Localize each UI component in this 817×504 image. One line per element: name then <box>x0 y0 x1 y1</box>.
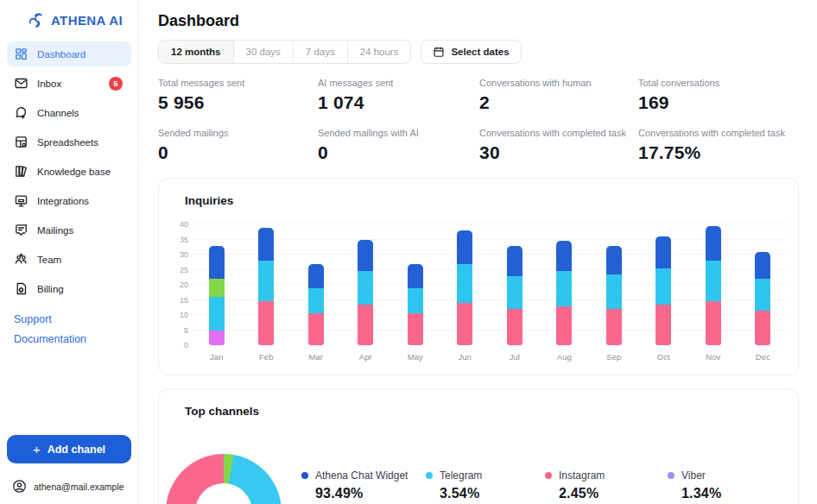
legend-item-telegram: Telegram3.54% <box>426 469 545 501</box>
sidebar-item-knowledge-base[interactable]: Knowledge base <box>7 159 131 184</box>
channels-legend: Athena Chat Widget93.49%Telegram3.54%Ins… <box>301 469 771 504</box>
legend-percentage: 2.45% <box>559 486 668 501</box>
stat-label: Conversations with human <box>479 78 638 88</box>
bar-column-mar[interactable]: Mar <box>291 224 341 345</box>
top-channels-card-title: Top channels <box>159 389 798 418</box>
stat-card: Total messages sent5 956 <box>158 78 318 113</box>
y-axis-tick-label: 0 <box>184 341 188 350</box>
stat-card: Sended mailings0 <box>158 128 318 163</box>
sidebar-item-billing[interactable]: Billing <box>7 276 131 301</box>
bar-segment-blue <box>209 246 225 280</box>
time-range-option-7-days[interactable]: 7 days <box>294 41 348 63</box>
bar-column-dec[interactable]: Dec <box>738 224 788 345</box>
time-range-option-24-hours[interactable]: 24 hours <box>348 41 411 63</box>
bar-column-jan[interactable]: Jan <box>192 224 242 345</box>
sidebar: ATHENA AI DashboardInbox5ChannelsSpreads… <box>0 0 139 504</box>
sidebar-item-label: Channels <box>37 108 79 118</box>
bar-segment-pink <box>258 301 274 345</box>
legend-percentage: 1.34% <box>681 486 771 501</box>
add-channel-label: Add chanel <box>48 444 105 456</box>
bar-column-apr[interactable]: Apr <box>341 224 391 345</box>
select-dates-button[interactable]: Select dates <box>421 40 521 64</box>
sidebar-item-label: Billing <box>37 284 64 294</box>
bar-column-sep[interactable]: Sep <box>589 224 639 345</box>
billing-document-icon <box>14 281 28 296</box>
bar-column-aug[interactable]: Aug <box>540 224 590 345</box>
stat-label: Sended mailings with AI <box>318 128 479 138</box>
account-email: athena@mail.example <box>34 482 124 492</box>
stat-label: Conversations with completed task <box>638 128 799 138</box>
bar-segment-cyan <box>258 261 274 301</box>
bar-segment-cyan <box>656 268 671 305</box>
inquiries-card-title: Inquiries <box>159 179 798 207</box>
stat-card: Conversations with completed task30 <box>479 128 638 163</box>
stat-value: 17.75% <box>638 142 799 163</box>
bar-column-may[interactable]: May <box>390 224 440 345</box>
integrations-monitor-icon <box>14 193 28 208</box>
bar-segment-cyan <box>457 264 472 304</box>
sidebar-item-label: Spreadsheets <box>37 137 98 148</box>
sidebar-item-inbox[interactable]: Inbox5 <box>7 71 131 96</box>
sidebar-item-label: Inbox <box>37 79 61 89</box>
bar-segment-pink <box>358 305 373 345</box>
stat-label: Total messages sent <box>158 78 318 88</box>
mailings-message-icon <box>14 223 28 237</box>
sidebar-links: SupportDocumentation <box>14 313 131 345</box>
bar-column-oct[interactable]: Oct <box>639 224 689 345</box>
stat-card: Sended mailings with AI0 <box>318 128 479 163</box>
knowledge-base-books-icon <box>14 164 28 179</box>
x-axis-label: Feb <box>259 352 273 362</box>
y-axis-tick-label: 10 <box>180 311 188 319</box>
time-range-option-12-months[interactable]: 12 months <box>159 41 234 63</box>
sidebar-item-channels[interactable]: Channels <box>7 100 131 125</box>
sidebar-item-dashboard[interactable]: Dashboard <box>7 41 131 66</box>
bar-column-nov[interactable]: Nov <box>688 224 738 345</box>
brand-logo: ATHENA AI <box>7 9 131 41</box>
stat-label: Conversations with completed task <box>479 128 638 138</box>
bar-segment-blue <box>258 228 274 261</box>
add-channel-button[interactable]: + Add chanel <box>7 435 131 463</box>
bar-segment-cyan <box>209 297 225 331</box>
bar-segment-blue <box>706 226 721 261</box>
sidebar-item-spreadsheets[interactable]: Spreadsheets <box>7 129 131 154</box>
app-window: ATHENA AI DashboardInbox5ChannelsSpreads… <box>0 0 817 504</box>
top-channels-body: Athena Chat Widget93.49%Telegram3.54%Ins… <box>159 418 798 504</box>
sidebar-item-mailings[interactable]: Mailings <box>7 217 131 243</box>
sidebar-item-label: Team <box>37 255 61 265</box>
page-title: Dashboard <box>158 12 799 30</box>
x-axis-label: Jan <box>210 352 223 362</box>
athena-spiral-logo-icon <box>26 10 45 29</box>
x-axis-label: Sep <box>606 352 621 362</box>
stat-card: AI messages sent1 074 <box>318 78 479 113</box>
bar-column-jun[interactable]: Jun <box>440 224 491 345</box>
bar-column-jul[interactable]: Jul <box>490 224 540 345</box>
x-axis-label: Jun <box>459 352 472 362</box>
bar-segment-cyan <box>755 279 770 311</box>
legend-percentage: 93.49% <box>315 486 426 501</box>
donut-hole <box>195 483 252 504</box>
sidebar-link-documentation[interactable]: Documentation <box>14 333 131 345</box>
bar-segment-blue <box>308 264 324 288</box>
bar-column-feb[interactable]: Feb <box>242 224 292 345</box>
user-circle-icon <box>12 479 27 494</box>
x-axis-label: May <box>408 352 423 362</box>
stat-label: Total conversations <box>638 78 799 88</box>
time-range-segmented-control: 12 months30 days7 days24 hours <box>158 40 411 64</box>
bar-segment-cyan <box>358 271 373 305</box>
account-row[interactable]: athena@mail.example <box>7 479 131 494</box>
time-range-option-30-days[interactable]: 30 days <box>234 41 294 63</box>
sidebar-item-team[interactable]: Team <box>7 247 131 272</box>
x-axis-label: Mar <box>309 352 323 362</box>
spreadsheets-table-icon <box>14 135 28 149</box>
bar-segment-pink <box>755 311 770 345</box>
sidebar-item-label: Mailings <box>37 225 73 236</box>
filter-row: 12 months30 days7 days24 hours Select da… <box>158 40 799 64</box>
bar-segment-blue <box>755 252 770 280</box>
sidebar-nav: DashboardInbox5ChannelsSpreadsheetsKnowl… <box>7 41 131 301</box>
bar-segment-blue <box>606 246 622 274</box>
sidebar-item-integrations[interactable]: Integrations <box>7 188 131 213</box>
sidebar-link-support[interactable]: Support <box>14 313 131 325</box>
bar-segment-pink <box>606 309 622 345</box>
bar-segment-pink <box>556 306 572 346</box>
bar-segment-blue <box>556 241 572 271</box>
